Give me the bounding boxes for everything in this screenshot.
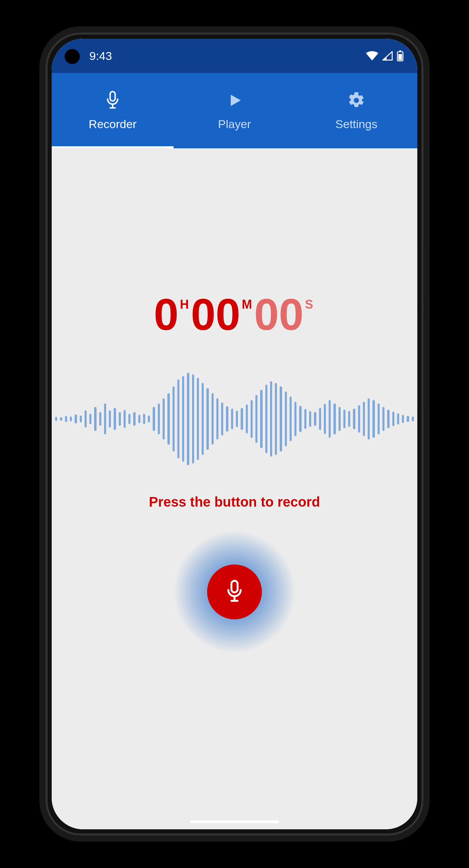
waveform-bar (319, 408, 321, 430)
waveform-bar (358, 405, 360, 433)
tab-player[interactable]: Player (174, 73, 295, 148)
waveform-bar (290, 397, 292, 441)
waveform-bar (99, 412, 101, 426)
svg-rect-3 (110, 91, 115, 101)
timer-seconds-unit: S (305, 298, 313, 311)
waveform-bar (285, 392, 287, 446)
waveform-bar (89, 414, 91, 424)
waveform-bar (202, 383, 204, 455)
timer-hours-unit: H (180, 298, 189, 311)
status-icons (366, 50, 404, 61)
waveform-bar (363, 402, 365, 436)
signal-icon (382, 51, 393, 61)
waveform-bar (324, 404, 326, 434)
waveform-bar (206, 388, 208, 450)
waveform-bar (167, 393, 169, 445)
timer-minutes-unit: M (242, 298, 252, 311)
waveform-bar (138, 415, 140, 423)
hw-button-power (423, 245, 426, 303)
mic-icon (105, 91, 120, 110)
waveform-bar (231, 409, 233, 429)
timer-seconds: 00 (254, 292, 304, 337)
play-icon (227, 91, 242, 110)
waveform-bar (241, 408, 243, 430)
waveform-bar (402, 415, 404, 423)
waveform-bar (109, 410, 111, 427)
status-clock: 9:43 (89, 49, 366, 63)
svg-rect-6 (231, 581, 238, 592)
record-button-area (173, 530, 296, 654)
waveform-bar (60, 417, 62, 421)
tab-label: Player (218, 117, 251, 131)
waveform-bar (85, 410, 87, 427)
waveform-bar (128, 414, 130, 424)
waveform-bar (270, 381, 272, 457)
waveform-bar (251, 400, 253, 438)
wifi-icon (366, 51, 378, 61)
waveform-bar (104, 404, 106, 434)
waveform-bar (368, 398, 370, 439)
waveform-bar (80, 416, 82, 422)
waveform-bar (124, 410, 126, 428)
waveform-bar (392, 412, 394, 426)
waveform-bar (299, 406, 301, 432)
waveform-bar (339, 407, 341, 431)
screen: 9:43 (52, 39, 417, 829)
waveform-bar (378, 404, 380, 434)
timer-minutes: 00 (191, 292, 241, 337)
waveform-bar (148, 416, 150, 422)
waveform-bar (329, 400, 331, 438)
waveform-bar (304, 409, 306, 429)
waveform-bar (353, 409, 355, 429)
waveform-bar (114, 408, 116, 430)
svg-rect-2 (398, 54, 402, 60)
gear-icon (347, 91, 365, 110)
svg-rect-1 (399, 50, 401, 52)
waveform-bar (407, 416, 409, 422)
waveform-bar (173, 386, 175, 451)
waveform (52, 368, 417, 470)
tab-settings[interactable]: Settings (295, 73, 417, 148)
record-button[interactable] (207, 565, 262, 619)
waveform-bar (192, 374, 194, 463)
battery-icon (397, 50, 404, 61)
front-camera (65, 49, 80, 64)
waveform-bar (265, 385, 267, 453)
waveform-bar (314, 412, 316, 426)
waveform-bar (182, 376, 184, 462)
timer-hours: 0 (154, 292, 178, 337)
waveform-bar (65, 416, 67, 422)
waveform-bar (343, 410, 345, 428)
tab-label: Settings (335, 117, 378, 131)
tab-recorder[interactable]: Recorder (52, 73, 174, 148)
waveform-bar (397, 413, 399, 424)
waveform-bar (333, 404, 335, 434)
waveform-bar (372, 400, 375, 438)
waveform-bar (348, 411, 350, 427)
waveform-bar (158, 404, 160, 434)
waveform-bar (387, 410, 389, 428)
waveform-bar (177, 380, 179, 458)
recording-timer: 0 H 00 M 00 S (154, 292, 315, 337)
phone-frame: 9:43 (39, 26, 430, 842)
waveform-bar (246, 405, 248, 433)
recorder-panel: 0 H 00 M 00 S Press the button to record (52, 148, 417, 829)
waveform-bar (226, 406, 228, 432)
mic-icon (225, 580, 244, 605)
waveform-bar (143, 414, 145, 424)
waveform-bar (119, 412, 121, 426)
waveform-bar (212, 393, 214, 445)
waveform-bar (94, 407, 96, 431)
waveform-bar (382, 407, 384, 431)
waveform-bar (275, 383, 277, 455)
nav-gesture-handle[interactable] (190, 820, 279, 823)
tab-bar: Recorder Player Settings (52, 73, 417, 148)
waveform-bar (75, 414, 77, 423)
tab-label: Recorder (89, 117, 137, 131)
waveform-bar (197, 378, 199, 460)
waveform-bar (255, 395, 257, 443)
waveform-bar (294, 402, 296, 436)
waveform-bar (55, 417, 57, 421)
waveform-bar (163, 398, 165, 439)
waveform-bar (260, 390, 262, 448)
